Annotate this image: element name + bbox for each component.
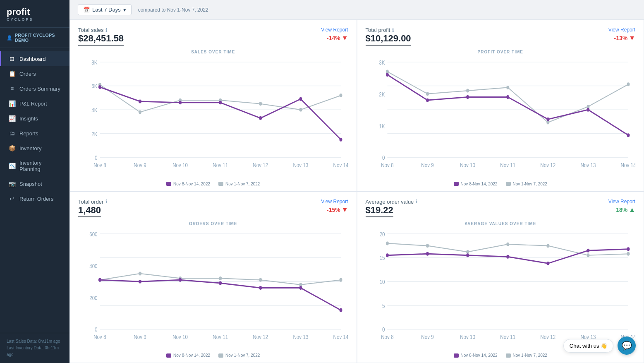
svg-point-52 xyxy=(587,105,589,108)
card-value-total-sales: $28,451.58 xyxy=(78,33,124,46)
nav-label-orders: Orders xyxy=(19,71,36,77)
svg-point-82 xyxy=(299,283,302,286)
sidebar-item-inventory[interactable]: 📦Inventory xyxy=(0,141,69,156)
svg-point-84 xyxy=(98,278,101,281)
sidebar: profit CYCLOPS 👤 PROFIT CYCLOPS DEMO ⊞Da… xyxy=(0,0,69,363)
sidebar-item-return-orders[interactable]: ↩Return Orders xyxy=(0,191,69,206)
legend-box-gray-total-order xyxy=(218,353,223,358)
nav-label-inventory-planning: Inventory Planning xyxy=(19,160,62,172)
nav-icon-orders-summary: ≡ xyxy=(9,85,15,92)
svg-text:Nov 12: Nov 12 xyxy=(540,162,555,169)
chat-widget: Chat with us 👋 💬 xyxy=(563,337,636,355)
sidebar-item-pl-report[interactable]: 📊P&L Report xyxy=(0,96,69,111)
card-header-right-avg-order-value: View Report 18% ▲ xyxy=(608,199,635,214)
svg-point-118 xyxy=(506,255,509,258)
svg-text:Nov 10: Nov 10 xyxy=(460,333,475,340)
nav-icon-pl-report: 📊 xyxy=(9,100,15,107)
svg-point-53 xyxy=(627,82,630,86)
svg-point-86 xyxy=(179,278,182,281)
legend-gray-total-sales: Nov 1-Nov 7, 2022 xyxy=(218,182,260,186)
svg-point-58 xyxy=(546,118,549,121)
card-change-total-order: -15% ▼ xyxy=(327,206,348,214)
logo-text: profit xyxy=(7,7,63,17)
card-header-total-sales: Total sales ℹ $28,451.58 View Report -14… xyxy=(78,27,348,48)
chevron-icon: ▾ xyxy=(123,7,126,13)
svg-point-83 xyxy=(340,278,342,281)
view-report-link-total-order[interactable]: View Report xyxy=(321,199,348,204)
chart-container-total-profit: 3K2K1K0Nov 8Nov 9Nov 10Nov 11Nov 12Nov 1… xyxy=(366,56,636,179)
svg-text:2K: 2K xyxy=(91,130,97,137)
change-arrow-avg-order-value: ▲ xyxy=(629,206,635,214)
legend-label-purple-total-order: Nov 8-Nov 14, 2022 xyxy=(173,353,210,358)
svg-point-57 xyxy=(506,95,509,99)
nav-label-orders-summary: Orders Summary xyxy=(19,86,60,92)
card-value-avg-order-value: $19.22 xyxy=(366,205,393,217)
svg-point-112 xyxy=(546,244,549,248)
chart-legend-total-order: Nov 8-Nov 14, 2022 Nov 1-Nov 7, 2022 xyxy=(78,353,348,358)
card-title-total-order: Total order ℹ xyxy=(78,199,108,205)
svg-point-27 xyxy=(219,101,222,104)
legend-gray-total-order: Nov 1-Nov 7, 2022 xyxy=(218,353,260,358)
nav-icon-snapshot: 📷 xyxy=(9,180,15,187)
card-title-total-profit: Total profit ℹ xyxy=(366,27,411,33)
svg-point-120 xyxy=(587,248,589,252)
svg-point-29 xyxy=(299,97,302,101)
chat-button[interactable]: 💬 xyxy=(618,337,636,355)
svg-text:20: 20 xyxy=(379,231,385,238)
svg-point-54 xyxy=(385,73,388,77)
sidebar-item-snapshot[interactable]: 📷Snapshot xyxy=(0,176,69,191)
svg-point-23 xyxy=(340,94,342,97)
sidebar-item-inventory-planning[interactable]: 📉Inventory Planning xyxy=(0,156,69,176)
svg-text:Nov 14: Nov 14 xyxy=(333,162,348,169)
change-arrow-total-sales: ▼ xyxy=(342,34,348,42)
svg-text:0: 0 xyxy=(95,154,97,161)
chart-svg-total-profit: 3K2K1K0Nov 8Nov 9Nov 10Nov 11Nov 12Nov 1… xyxy=(366,56,636,179)
svg-text:Nov 9: Nov 9 xyxy=(134,162,146,169)
card-value-total-order: 1,480 xyxy=(78,205,101,217)
card-header-avg-order-value: Average order value ℹ $19.22 View Report… xyxy=(366,199,636,220)
chat-icon: 💬 xyxy=(622,341,632,351)
svg-text:3K: 3K xyxy=(379,59,385,66)
sidebar-item-reports[interactable]: 🗂Reports xyxy=(0,126,69,141)
svg-point-48 xyxy=(426,92,429,96)
svg-point-30 xyxy=(340,138,342,142)
card-header-total-profit: Total profit ℹ $10,129.00 View Report -1… xyxy=(366,27,636,48)
nav-icon-dashboard: ⊞ xyxy=(9,55,15,62)
card-change-avg-order-value: 18% ▲ xyxy=(616,206,635,214)
date-filter-button[interactable]: 📅 Last 7 Days ▾ xyxy=(78,4,132,15)
svg-text:15: 15 xyxy=(379,255,385,262)
view-report-link-total-profit[interactable]: View Report xyxy=(608,27,635,33)
legend-box-purple-total-profit xyxy=(454,182,459,186)
view-report-link-total-sales[interactable]: View Report xyxy=(321,27,348,33)
svg-point-26 xyxy=(179,101,182,104)
nav-icon-inventory: 📦 xyxy=(9,145,15,151)
view-report-link-avg-order-value[interactable]: View Report xyxy=(608,199,635,204)
svg-text:Nov 13: Nov 13 xyxy=(580,162,596,169)
legend-box-gray-total-profit xyxy=(506,182,511,186)
sidebar-item-insights[interactable]: 📈Insights xyxy=(0,111,69,126)
sidebar-item-dashboard[interactable]: ⊞Dashboard xyxy=(0,51,69,66)
user-icon: 👤 xyxy=(7,35,12,41)
nav-icon-return-orders: ↩ xyxy=(9,195,15,202)
info-icon-total-sales: ℹ xyxy=(105,27,108,33)
chat-bubble: Chat with us 👋 xyxy=(563,339,613,353)
svg-text:4K: 4K xyxy=(91,107,97,114)
svg-text:0: 0 xyxy=(382,326,385,333)
legend-label-gray-total-profit: Nov 1-Nov 7, 2022 xyxy=(513,182,547,186)
sidebar-item-orders[interactable]: 📋Orders xyxy=(0,66,69,81)
chart-svg-total-sales: 8K6K4K2K0Nov 8Nov 9Nov 10Nov 11Nov 12Nov… xyxy=(78,56,348,179)
svg-point-89 xyxy=(299,286,302,290)
svg-text:10: 10 xyxy=(379,278,385,285)
legend-box-purple-avg-order-value xyxy=(454,353,459,358)
chart-legend-total-profit: Nov 8-Nov 14, 2022 Nov 1-Nov 7, 2022 xyxy=(366,182,636,186)
svg-text:2K: 2K xyxy=(379,91,385,98)
logo: profit CYCLOPS xyxy=(0,0,69,28)
legend-purple-total-profit: Nov 8-Nov 14, 2022 xyxy=(454,182,498,186)
nav-label-pl-report: P&L Report xyxy=(19,101,47,107)
card-title-total-sales: Total sales ℹ xyxy=(78,27,124,33)
svg-point-51 xyxy=(546,120,549,124)
legend-box-purple-total-order xyxy=(166,353,171,358)
sidebar-item-orders-summary[interactable]: ≡Orders Summary xyxy=(0,81,69,96)
svg-text:Nov 14: Nov 14 xyxy=(333,333,348,340)
legend-gray-avg-order-value: Nov 1-Nov 7, 2022 xyxy=(506,353,547,358)
